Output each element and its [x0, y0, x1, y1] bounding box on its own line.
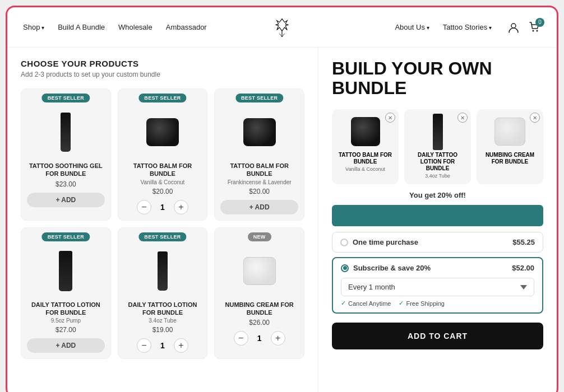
product-price-5: $19.00 — [152, 326, 173, 334]
product-variant-2: Vanilla & Coconut — [141, 179, 185, 185]
svg-point-4 — [533, 30, 534, 31]
product-name-5: DAILY TATTOO LOTION FOR BUNDLE — [124, 301, 202, 317]
product-variant-4: 9.5oz Pump — [51, 318, 81, 324]
one-time-label: One time purchase — [353, 238, 418, 246]
tube-img-1 — [61, 113, 71, 152]
product-price-6: $26.00 — [249, 319, 270, 326]
add-btn-1[interactable]: + ADD — [27, 193, 105, 207]
product-name-6: NUMBING CREAM FOR BUNDLE — [220, 301, 298, 317]
badge-6: NEW — [248, 232, 271, 241]
product-img-2 — [124, 107, 202, 157]
check-icon-1: ✓ — [341, 300, 346, 307]
qty-value-5: 1 — [157, 341, 168, 350]
radio-subscribe — [341, 264, 349, 272]
product-img-6 — [220, 246, 298, 296]
subscribe-price: $52.00 — [512, 264, 534, 272]
subscribe-left: Subscribe & save 20% — [341, 264, 431, 272]
user-icon[interactable] — [507, 21, 520, 34]
subscribe-details: Every 1 monthEvery 2 monthsEvery 3 month… — [333, 274, 542, 312]
one-time-option[interactable]: One time purchase $55.25 — [332, 232, 543, 253]
bundle-img-2 — [422, 115, 453, 148]
right-panel: BUILD YOUR OWN BUNDLE ✕ TATTOO BALM FOR … — [318, 48, 557, 392]
subscribe-bar — [332, 205, 543, 226]
product-name-4: DAILY TATTOO LOTION FOR BUNDLE — [27, 301, 105, 317]
product-img-4 — [27, 246, 105, 296]
jar-img-6 — [243, 257, 276, 285]
product-variant-5: 3.4oz Tube — [149, 318, 176, 324]
bundle-item-1: ✕ TATTOO BALM FOR BUNDLE Vanilla & Cocon… — [332, 109, 399, 184]
perk-shipping-label: Free Shipping — [406, 300, 445, 307]
qty-control-5: − 1 + — [124, 338, 202, 353]
subscribe-label: Subscribe & save 20% — [353, 264, 431, 272]
cart-icon[interactable]: 0 — [529, 21, 541, 34]
add-btn-3[interactable]: + ADD — [220, 200, 298, 214]
bundle-items-row: ✕ TATTOO BALM FOR BUNDLE Vanilla & Cocon… — [332, 109, 543, 184]
nav-logo[interactable] — [272, 18, 292, 37]
nav-wholesale[interactable]: Wholesale — [118, 23, 152, 31]
bundle-item-3: ✕ NUMBING CREAM FOR BUNDLE — [477, 109, 543, 184]
qty-plus-6[interactable]: + — [271, 331, 285, 346]
qty-minus-2[interactable]: − — [137, 200, 151, 214]
bundle-variant-1: Vanilla & Coconut — [345, 166, 385, 172]
pricing-options: One time purchase $55.25 Subscribe & sav… — [332, 232, 543, 314]
qty-value-6: 1 — [254, 334, 265, 343]
qty-minus-6[interactable]: − — [234, 331, 248, 346]
product-name-1: TATTOO SOOTHING GEL FOR BUNDLE — [27, 162, 105, 178]
product-img-1 — [27, 107, 105, 157]
svg-line-1 — [279, 33, 282, 36]
bundle-variant-2: 3.4oz Tube — [425, 173, 450, 179]
add-to-cart-button[interactable]: ADD TO CART — [332, 323, 543, 349]
bundle-title: BUILD YOUR OWN BUNDLE — [332, 59, 543, 98]
badge-1: BEST SELLER — [42, 94, 90, 102]
badge-5: BEST SELLER — [138, 232, 186, 241]
subscribe-option[interactable]: Subscribe & save 20% $52.00 — [333, 258, 542, 274]
check-icon-2: ✓ — [399, 300, 404, 307]
section-title: CHOOSE YOUR PRODUCTS — [21, 59, 304, 68]
bundle-name-3: NUMBING CREAM FOR BUNDLE — [481, 152, 539, 165]
product-price-4: $27.00 — [56, 326, 76, 334]
nav-right: 0 — [507, 21, 541, 34]
qty-control-6: − 1 + — [220, 331, 298, 346]
product-card-4: BEST SELLER DAILY TATTOO LOTION FOR BUND… — [21, 227, 111, 360]
product-card-3: BEST SELLER TATTOO BALM FOR BUNDLE Frank… — [214, 88, 304, 221]
badge-3: BEST SELLER — [235, 94, 283, 102]
jar-img-3 — [243, 118, 276, 146]
svg-line-2 — [282, 33, 285, 36]
subscribe-option-box: Subscribe & save 20% $52.00 Every 1 mont… — [332, 257, 543, 314]
bundle-item-2: ✕ DAILY TATTOO LOTION FOR BUNDLE 3.4oz T… — [404, 109, 471, 184]
nav-about[interactable]: About Us — [395, 23, 429, 31]
nav-bundle[interactable]: Build A Bundle — [58, 23, 105, 31]
frequency-select[interactable]: Every 1 monthEvery 2 monthsEvery 3 month… — [341, 278, 534, 296]
product-name-3: TATTOO BALM FOR BUNDLE — [220, 162, 298, 178]
bundle-remove-3[interactable]: ✕ — [530, 113, 540, 123]
section-subtitle: Add 2-3 products to set up your custom b… — [21, 71, 304, 78]
bundle-name-1: TATTOO BALM FOR BUNDLE — [336, 152, 394, 165]
product-card-2: BEST SELLER TATTOO BALM FOR BUNDLE Vanil… — [118, 88, 208, 221]
svg-point-3 — [511, 24, 516, 28]
product-card-6: NEW NUMBING CREAM FOR BUNDLE $26.00 − 1 … — [214, 227, 304, 360]
product-price-2: $20.00 — [152, 188, 173, 195]
one-time-price: $55.25 — [512, 238, 535, 246]
svg-point-5 — [537, 30, 538, 31]
page-frame: Shop Build A Bundle Wholesale Ambassador… — [6, 6, 558, 392]
product-name-2: TATTOO BALM FOR BUNDLE — [124, 162, 202, 178]
perk-shipping: ✓ Free Shipping — [399, 300, 445, 307]
bundle-remove-1[interactable]: ✕ — [385, 113, 395, 123]
nav-tattoo-stories[interactable]: Tattoo Stories — [443, 23, 492, 31]
qty-minus-5[interactable]: − — [137, 338, 151, 353]
nav-ambassador[interactable]: Ambassador — [166, 23, 207, 31]
product-variant-3: Frankincense & Lavender — [228, 179, 292, 185]
bundle-img-1 — [350, 115, 381, 148]
tube-img-5 — [158, 251, 168, 291]
perk-cancel: ✓ Cancel Anytime — [341, 300, 391, 307]
qty-plus-2[interactable]: + — [174, 200, 188, 214]
nav-links: Shop Build A Bundle Wholesale Ambassador — [23, 23, 249, 31]
bundle-remove-2[interactable]: ✕ — [457, 113, 468, 123]
qty-plus-5[interactable]: + — [174, 338, 188, 353]
qty-control-2: − 1 + — [124, 200, 202, 214]
badge-4: BEST SELLER — [42, 232, 90, 241]
pump-img-4 — [59, 251, 72, 291]
one-time-left: One time purchase — [340, 238, 418, 246]
add-btn-4[interactable]: + ADD — [27, 338, 105, 353]
nav-shop[interactable]: Shop — [23, 23, 44, 31]
